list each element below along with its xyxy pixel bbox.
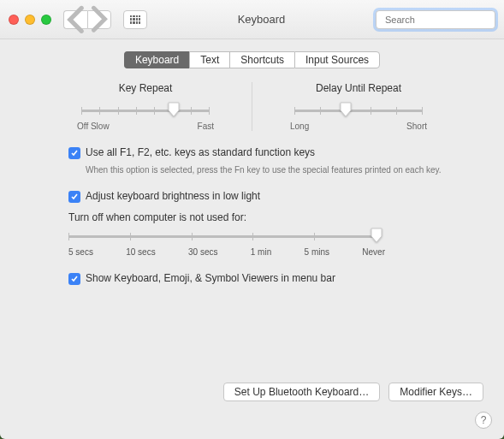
modifier-keys-button[interactable]: Modifier Keys…	[388, 383, 483, 401]
back-button[interactable]	[63, 10, 87, 29]
slider-thumb-icon[interactable]	[370, 228, 383, 243]
key-repeat-labels: Off Slow Fast	[77, 122, 214, 131]
window-controls	[9, 15, 51, 25]
chevron-right-icon	[88, 5, 110, 33]
brightness-label: Adjust keyboard brightness in low light	[86, 190, 260, 202]
search-field[interactable]	[376, 10, 495, 29]
bluetooth-keyboard-button[interactable]: Set Up Bluetooth Keyboard…	[223, 383, 380, 401]
pane-body: Keyboard Text Shortcuts Input Sources Ke…	[0, 39, 504, 439]
key-repeat-title: Key Repeat	[119, 82, 173, 94]
tab-text[interactable]: Text	[189, 51, 229, 68]
backlight-off-labels: 5 secs10 secs30 secs1 min5 minsNever	[68, 247, 385, 257]
menubar-checkbox[interactable]: Show Keyboard, Emoji, & Symbol Viewers i…	[68, 272, 449, 285]
divider	[252, 82, 252, 131]
window-title: Keyboard	[154, 13, 369, 26]
close-icon[interactable]	[9, 15, 19, 25]
tab-input-sources[interactable]: Input Sources	[294, 51, 380, 68]
slider-thumb-icon[interactable]	[339, 102, 353, 117]
checkbox-icon	[68, 273, 80, 285]
titlebar: Keyboard	[0, 0, 504, 39]
tab-keyboard[interactable]: Keyboard	[124, 51, 189, 68]
fn-keys-hint: When this option is selected, press the …	[86, 164, 449, 176]
fn-keys-checkbox[interactable]: Use all F1, F2, etc. keys as standard fu…	[68, 146, 449, 159]
key-repeat-group: Key Repeat Off Slow Fast	[46, 82, 245, 131]
chevron-left-icon	[64, 5, 87, 34]
search-input[interactable]	[385, 15, 503, 25]
delay-slider[interactable]	[294, 104, 423, 116]
help-button[interactable]: ?	[475, 412, 492, 429]
slider-thumb-icon[interactable]	[167, 102, 181, 117]
delay-title: Delay Until Repeat	[316, 82, 401, 94]
delay-labels: Long Short	[290, 122, 427, 131]
backlight-off-group: Turn off when computer is not used for: …	[68, 211, 449, 257]
backlight-off-title: Turn off when computer is not used for:	[68, 211, 449, 223]
fn-keys-label: Use all F1, F2, etc. keys as standard fu…	[86, 146, 315, 158]
minimize-icon[interactable]	[25, 15, 35, 25]
forward-button[interactable]	[87, 10, 111, 29]
delay-until-repeat-group: Delay Until Repeat Long Short	[259, 82, 458, 131]
backlight-off-slider[interactable]	[68, 230, 377, 242]
options-list: Use all F1, F2, etc. keys as standard fu…	[68, 146, 449, 285]
tab-bar: Keyboard Text Shortcuts Input Sources	[21, 51, 483, 68]
brightness-checkbox[interactable]: Adjust keyboard brightness in low light	[68, 190, 449, 203]
checkbox-icon	[68, 191, 80, 203]
grid-icon	[130, 15, 140, 24]
top-sliders: Key Repeat Off Slow Fast Delay Until Rep…	[46, 82, 458, 131]
nav-buttons	[63, 10, 111, 29]
tab-shortcuts[interactable]: Shortcuts	[229, 51, 294, 68]
show-all-button[interactable]	[123, 10, 147, 29]
menubar-label: Show Keyboard, Emoji, & Symbol Viewers i…	[86, 272, 335, 284]
keyboard-prefs-window: Keyboard Keyboard Text Shortcuts Input S…	[0, 0, 504, 439]
footer-buttons: Set Up Bluetooth Keyboard… Modifier Keys…	[223, 383, 483, 401]
checkbox-icon	[68, 147, 80, 159]
key-repeat-slider[interactable]	[81, 104, 210, 116]
zoom-icon[interactable]	[41, 15, 51, 25]
